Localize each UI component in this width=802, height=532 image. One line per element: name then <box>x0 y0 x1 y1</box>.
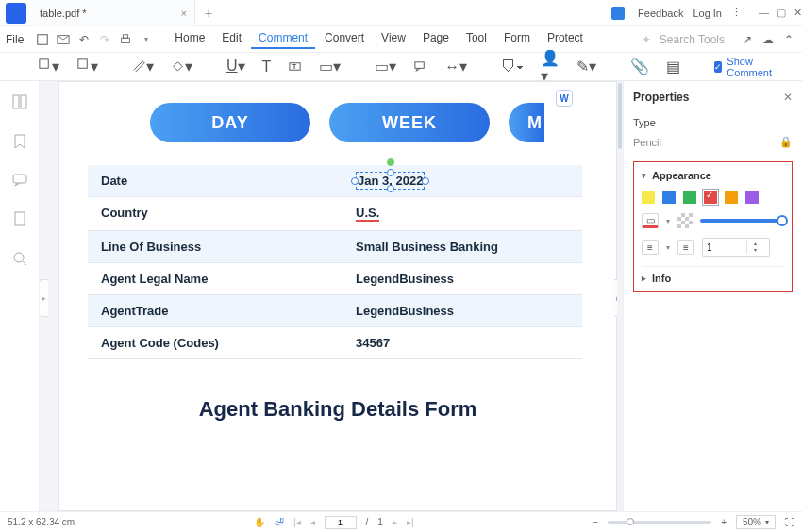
kebab-menu-icon[interactable]: ⋮ <box>731 7 742 19</box>
show-comment-toggle[interactable]: ✓ Show Comment <box>714 56 776 78</box>
color-swatch[interactable] <box>725 191 738 204</box>
lock-icon[interactable]: 🔒 <box>779 136 793 148</box>
search-tools[interactable]: Search Tools <box>660 33 725 46</box>
step-up-icon[interactable]: ▴ <box>754 241 757 247</box>
highlight-tool-icon[interactable]: ▭▾ <box>319 58 341 75</box>
word-badge-icon[interactable]: W <box>556 90 573 107</box>
shape-tool-icon[interactable]: ▾ <box>76 58 98 75</box>
new-tab-button[interactable]: + <box>205 6 212 21</box>
hand-tool-icon[interactable]: ✋ <box>254 517 265 527</box>
menu-form[interactable]: Form <box>496 29 538 49</box>
close-window-icon[interactable]: ✕ <box>794 7 802 19</box>
last-page-icon[interactable]: ▸| <box>407 517 414 527</box>
close-panel-icon[interactable]: ✕ <box>783 91 793 104</box>
step-down-icon[interactable]: ▾ <box>754 247 757 254</box>
save-icon[interactable] <box>35 32 50 47</box>
color-swatch[interactable] <box>704 191 717 204</box>
magic-wand-icon[interactable]: ✦ <box>639 32 654 47</box>
cloud-icon[interactable]: ☁ <box>760 32 776 47</box>
first-page-icon[interactable]: |◂ <box>293 517 301 527</box>
stroke-color-button[interactable]: ▭ <box>642 213 659 228</box>
color-swatch[interactable] <box>683 191 696 204</box>
chevron-down-icon[interactable]: ▾ <box>666 243 670 252</box>
attachments-icon[interactable] <box>13 211 26 230</box>
color-swatch[interactable] <box>662 191 676 204</box>
menu-protect[interactable]: Protect <box>540 29 591 49</box>
open-external-icon[interactable]: ↗ <box>740 32 755 47</box>
row-label: Date <box>88 165 343 197</box>
text-tool-icon[interactable]: T <box>262 58 272 75</box>
stamp-tool-icon[interactable]: ⛉▾ <box>501 58 524 75</box>
comment-list-icon[interactable] <box>12 174 27 191</box>
page-input[interactable] <box>325 516 357 529</box>
zoom-select[interactable]: 50%▾ <box>736 515 776 529</box>
comment-panel-icon[interactable]: ▤ <box>666 58 680 75</box>
print-icon[interactable] <box>118 32 133 47</box>
underline-tool-icon[interactable]: U▾ <box>226 58 245 75</box>
callout-tool-icon[interactable] <box>413 59 427 74</box>
textbox-tool-icon[interactable]: T <box>288 59 302 74</box>
zoom-slider[interactable] <box>608 521 711 524</box>
thickness-field[interactable] <box>703 242 746 253</box>
thickness-input[interactable]: ▴▾ <box>702 238 770 257</box>
minimize-icon[interactable]: — <box>759 7 769 19</box>
expand-left-panel-icon[interactable]: ▸ <box>40 279 48 317</box>
dropdown-icon[interactable]: ▾ <box>139 32 154 47</box>
row-label: Country <box>88 197 343 231</box>
appearance-section: Appearance ▭ ▾ ≡ ▾ ≡ ▴▾ Info <box>633 161 793 292</box>
selected-annotation[interactable]: Jan 3, 2022 <box>356 174 425 188</box>
menu-comment[interactable]: Comment <box>251 29 315 49</box>
zoom-thumb[interactable] <box>627 518 634 525</box>
attach-icon[interactable]: 📎 <box>630 58 649 75</box>
search-pane-icon[interactable] <box>12 251 27 270</box>
feedback-link[interactable]: Feedback <box>638 8 683 19</box>
menu-tool[interactable]: Tool <box>459 29 494 49</box>
opacity-slider[interactable] <box>700 219 784 223</box>
note-tool-icon[interactable]: ▾ <box>38 58 59 75</box>
maximize-icon[interactable]: ▢ <box>777 7 786 19</box>
menu-edit[interactable]: Edit <box>214 29 249 49</box>
select-tool-icon[interactable]: ⮰ <box>275 517 284 527</box>
form-title: Agent Banking Details Form <box>93 397 582 422</box>
thumbnails-icon[interactable] <box>12 94 27 113</box>
user-tool-icon[interactable]: 👤▾ <box>541 49 560 85</box>
prev-page-icon[interactable]: ◂ <box>310 517 315 527</box>
info-section-header[interactable]: Info <box>642 273 784 284</box>
line-style-button[interactable]: ≡ <box>642 240 659 255</box>
chevron-down-icon[interactable]: ▾ <box>666 217 670 225</box>
close-tab-icon[interactable]: × <box>181 8 187 19</box>
sign-tool-icon[interactable]: ✎▾ <box>576 58 596 75</box>
menu-page[interactable]: Page <box>415 29 457 49</box>
menu-convert[interactable]: Convert <box>317 29 372 49</box>
svg-rect-4 <box>40 59 48 68</box>
undo-icon[interactable]: ↶ <box>76 32 92 47</box>
appearance-header[interactable]: Appearance <box>642 170 784 181</box>
checkbox-checked-icon: ✓ <box>714 61 722 73</box>
mail-icon[interactable] <box>56 32 71 47</box>
bookmark-icon[interactable] <box>13 134 26 153</box>
redo-icon[interactable]: ↷ <box>97 32 112 47</box>
color-swatch[interactable] <box>642 191 655 204</box>
zoom-out-icon[interactable]: − <box>593 517 598 527</box>
login-link[interactable]: Log In <box>693 8 722 19</box>
rect-draw-icon[interactable]: ▭▾ <box>375 58 396 75</box>
zoom-in-icon[interactable]: + <box>721 517 727 527</box>
menu-home[interactable]: Home <box>167 29 212 49</box>
slider-thumb[interactable] <box>777 215 788 226</box>
pencil-tool-icon[interactable]: ▾ <box>132 58 154 75</box>
line-weight-button[interactable]: ≡ <box>677 240 694 255</box>
fit-view-icon[interactable]: ⛶ <box>785 517 794 527</box>
fill-none-icon[interactable] <box>677 213 693 228</box>
overflow-icon[interactable]: ⌃ <box>781 32 796 47</box>
next-page-icon[interactable]: ▸ <box>393 517 397 527</box>
document-tab[interactable]: table.pdf * × <box>32 0 195 26</box>
eraser-tool-icon[interactable]: ▾ <box>171 58 192 75</box>
color-swatch[interactable] <box>745 191 759 204</box>
pill-m[interactable]: M <box>509 103 544 142</box>
file-menu[interactable]: File <box>6 33 24 46</box>
pill-day[interactable]: DAY <box>150 103 310 142</box>
measure-tool-icon[interactable]: ↔▾ <box>444 58 467 75</box>
menu-view[interactable]: View <box>374 29 413 49</box>
app-icon <box>6 3 26 24</box>
pill-week[interactable]: WEEK <box>329 103 490 142</box>
